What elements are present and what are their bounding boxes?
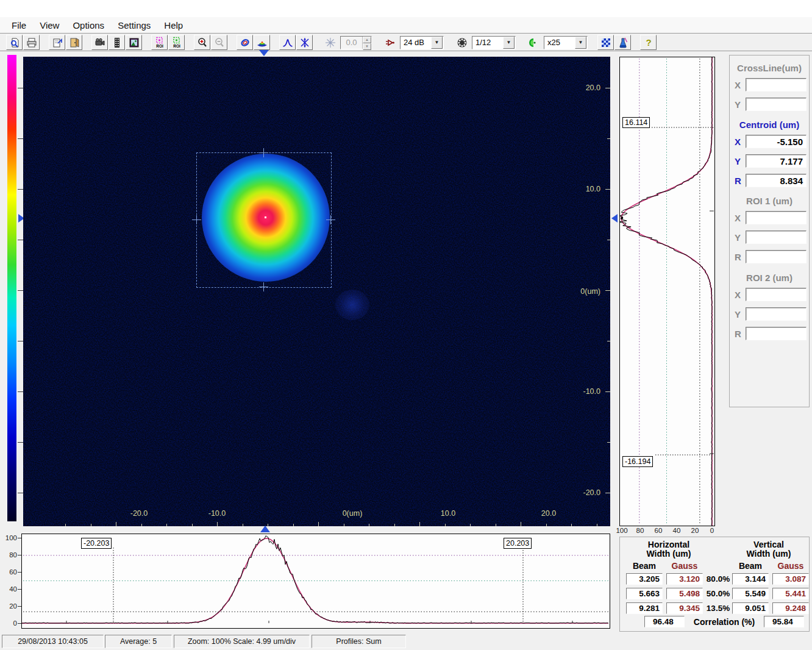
open-file-icon[interactable] [6,35,23,50]
v-gauss-header: Gauss [772,561,809,571]
hprofile-axis-tick [18,538,21,538]
centroid-r-value: 8.834 [746,174,807,187]
centroid-r-label: R [735,176,746,186]
beam-image-canvas[interactable]: -20.0 -10.0 0(um) 10.0 20.0 20.0 10.0 0(… [23,57,610,526]
h-gauss-50: 5.498 [666,588,703,599]
horizontal-position-marker[interactable] [259,50,269,56]
zoom-in-icon[interactable] [194,35,210,50]
v-gauss-135: 9.248 [772,602,809,614]
y-axis-label: 20.0 [564,84,600,92]
shutter-dropdown[interactable]: 1/12 ▼ [472,36,516,49]
roi2-r-label: R [735,329,746,339]
centroid-x-label: X [735,137,746,147]
film-strip-icon[interactable] [109,35,125,50]
magnification-dropdown[interactable]: x25 ▼ [544,36,588,49]
menu-file[interactable]: File [5,19,33,32]
horizontal-profile-peak-marker[interactable] [260,526,270,532]
axis-tick [243,524,243,526]
crossline-title: CrossLine(um) [730,63,809,73]
axis-tick [470,524,471,526]
magnification-dropdown-arrow[interactable]: ▼ [575,37,586,49]
roi1-x-label: X [735,213,746,223]
x-axis-label: 0(um) [334,509,371,518]
horizontal-width-subtitle: Width (um) [647,549,691,559]
vprofile-scale-label: 80 [631,527,649,534]
help-icon[interactable]: ? [640,35,657,50]
trigger-icon [525,35,542,50]
status-profiles: Profiles: Sum [312,635,406,648]
centroid-y-value: 7.177 [746,154,807,168]
menu-bar: File View Options Settings Help [0,17,812,34]
clip-50: 50.0% [705,589,732,598]
svg-text:ROI: ROI [156,44,163,48]
colorbar-tick [18,240,23,240]
centroid-x-value: -5.150 [746,135,807,148]
vertical-extent-bottom: -16.194 [622,456,653,467]
colorbar-tick [18,442,23,443]
horizontal-extent-right: 20.203 [504,538,532,549]
gain-dropdown[interactable]: 24 dB ▼ [400,36,444,49]
focus-spinner-arrows[interactable]: ▲▼ [362,37,371,49]
h-beam-header: Beam [626,561,663,571]
roi2-icon[interactable]: ROI [168,35,185,50]
calibration-flask-icon[interactable] [614,35,631,50]
menu-help[interactable]: Help [157,19,190,32]
axis-tick [293,524,294,526]
camera-icon[interactable] [91,35,108,50]
roi-handle-right[interactable] [326,215,335,224]
axis-tick [496,524,496,526]
y-axis-label: -10.0 [564,387,600,396]
axis-tick [65,524,66,526]
print-icon[interactable] [23,35,40,50]
mosaic-icon[interactable] [597,35,614,50]
axis-tick [445,524,446,526]
exit-icon[interactable] [66,35,82,50]
hprofile-axis-tick [18,555,21,555]
colorbar-tick [18,493,23,493]
menu-settings[interactable]: Settings [111,19,157,32]
roi-handle-bottom[interactable] [259,282,268,291]
vprofile-scale-label: 60 [649,527,668,534]
axis-tick [605,88,610,88]
properties-icon[interactable] [49,35,65,50]
axis-tick [91,524,91,526]
roi1-icon[interactable]: ROI [151,35,168,50]
horizontal-width-title: Horizontal [648,540,689,549]
sensor-noise-overlay [23,57,610,526]
axis-tick [192,524,193,526]
horizontal-extent-left: -20.203 [81,538,112,549]
status-zoom-text: Zoom: 100% Scale: 4.99 um/div [188,637,296,646]
roi-handle-top[interactable] [259,148,268,157]
hprofile-axis-tick [18,623,21,624]
beam-profiler-window: File View Options Settings Help ROI ROI … [0,0,812,650]
gauss-fit-icon[interactable] [279,35,296,50]
v-beam-80: 3.144 [732,573,769,585]
image-capture-icon[interactable] [126,35,142,50]
axis-tick [571,524,572,526]
h-correlation: 96.48 [644,616,685,627]
focus-value: 0.0 [341,38,362,47]
gain-dropdown-arrow[interactable]: ▼ [431,37,443,49]
magnification-value: x25 [544,38,575,47]
centroid-y-label: Y [735,156,746,166]
svg-text:ROI: ROI [173,44,180,48]
axis-tick [141,524,142,526]
y-axis-label: 0(um) [564,287,600,296]
menu-view[interactable]: View [33,19,66,32]
roi-selection-box[interactable] [196,152,332,288]
vertical-profile-peak-marker[interactable] [611,214,618,223]
ellipse-fit-icon[interactable] [237,35,253,50]
shutter-dropdown-arrow[interactable]: ▼ [503,37,515,49]
roi1-y-label: Y [735,232,746,243]
status-average: Average: 5 [105,635,172,648]
menu-options[interactable]: Options [66,19,111,32]
focus-spinner[interactable]: 0.0 ▲▼ [340,36,372,49]
profiles-icon[interactable] [296,35,313,50]
v-correlation: 95.84 [764,616,804,627]
surface-3d-icon[interactable] [254,35,270,50]
roi-handle-left[interactable] [192,215,201,224]
intensity-colorbar [7,55,16,521]
y-axis-label: -20.0 [564,488,600,497]
roi2-y-value [746,307,807,321]
axis-tick [217,522,218,526]
